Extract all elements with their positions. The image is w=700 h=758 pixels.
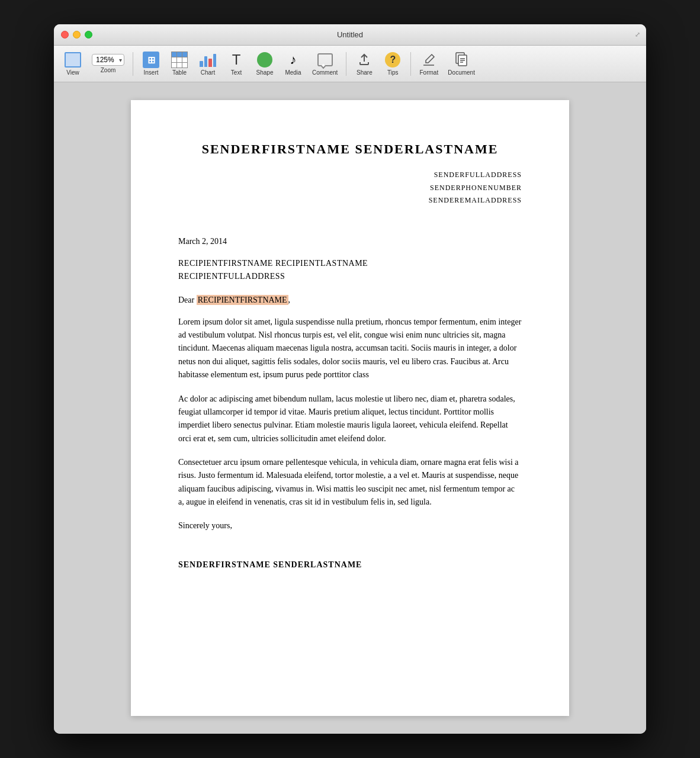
page: SENDERFIRSTNAME SENDERLASTNAME SENDERFUL… bbox=[131, 100, 569, 716]
view-icon bbox=[65, 52, 81, 68]
separator-1 bbox=[133, 52, 133, 76]
close-button[interactable] bbox=[61, 31, 69, 38]
maximize-button[interactable] bbox=[85, 31, 92, 38]
comment-label: Comment bbox=[312, 69, 338, 76]
chart-icon bbox=[200, 52, 216, 68]
shape-label: Shape bbox=[256, 69, 274, 76]
body-paragraph-1: Lorem ipsum dolor sit amet, ligula suspe… bbox=[178, 316, 522, 382]
chart-button[interactable]: Chart bbox=[195, 49, 221, 78]
text-icon: T bbox=[228, 52, 245, 68]
share-label: Share bbox=[357, 69, 373, 76]
sender-address: SENDERFULLADDRESS bbox=[178, 169, 522, 182]
sender-phone: SENDERPHONENUMBER bbox=[178, 182, 522, 195]
share-icon bbox=[356, 52, 373, 68]
recipient-name: RECIPIENTFIRSTNAME RECIPIENTLASTNAME bbox=[178, 257, 522, 270]
recipient-addr: RECIPIENTFULLADDRESS bbox=[178, 270, 522, 283]
share-button[interactable]: Share bbox=[351, 49, 377, 78]
sender-info: SENDERFULLADDRESS SENDERPHONENUMBER SEND… bbox=[178, 169, 522, 207]
shape-button[interactable]: Shape bbox=[252, 49, 278, 78]
chart-label: Chart bbox=[201, 69, 215, 76]
letter-date: March 2, 2014 bbox=[178, 237, 522, 246]
insert-label: Insert bbox=[143, 69, 158, 76]
minimize-button[interactable] bbox=[73, 31, 81, 38]
separator-2 bbox=[346, 52, 346, 76]
insert-icon: ⊞ bbox=[143, 52, 159, 68]
tips-button[interactable]: ? Tips bbox=[380, 49, 406, 78]
document-icon bbox=[453, 52, 470, 68]
media-label: Media bbox=[285, 69, 301, 76]
media-icon: ♪ bbox=[285, 52, 301, 68]
document-label: Document bbox=[448, 69, 475, 76]
window-title: Untitled bbox=[337, 30, 363, 39]
titlebar: Untitled ⤢ bbox=[54, 24, 646, 46]
salutation-prefix: Dear bbox=[178, 296, 197, 304]
zoom-select[interactable]: 125% 100% 75% 150% bbox=[92, 54, 124, 66]
body-paragraph-3: Consectetuer arcu ipsum ornare pellentes… bbox=[178, 456, 522, 509]
window-controls bbox=[61, 31, 92, 38]
toolbar: View 125% 100% 75% 150% Zoom ⊞ Insert bbox=[54, 46, 646, 82]
app-window: Untitled ⤢ View 125% 100% 75% 150% Zoom bbox=[54, 24, 646, 734]
comment-button[interactable]: Comment bbox=[309, 49, 341, 78]
table-label: Table bbox=[172, 69, 187, 76]
table-icon bbox=[171, 52, 188, 68]
recipient-firstname-highlight: RECIPIENTFIRSTNAME bbox=[197, 295, 288, 305]
document-button[interactable]: Document bbox=[444, 49, 479, 78]
salutation-suffix: , bbox=[288, 296, 291, 304]
tips-label: Tips bbox=[387, 69, 399, 76]
format-icon bbox=[420, 52, 437, 68]
comment-icon bbox=[317, 52, 333, 68]
format-label: Format bbox=[420, 69, 439, 76]
text-button[interactable]: T Text bbox=[223, 49, 249, 78]
insert-button[interactable]: ⊞ Insert bbox=[138, 49, 164, 78]
sender-email: SENDEREMAILADDRESS bbox=[178, 194, 522, 207]
shape-icon bbox=[256, 52, 273, 68]
table-button[interactable]: Table bbox=[166, 49, 192, 78]
zoom-label: Zoom bbox=[101, 67, 116, 73]
closing: Sincerely yours, bbox=[178, 521, 522, 531]
view-label: View bbox=[66, 69, 79, 76]
salutation: Dear RECIPIENTFIRSTNAME, bbox=[178, 296, 522, 305]
recipient-address: RECIPIENTFIRSTNAME RECIPIENTLASTNAME REC… bbox=[178, 257, 522, 284]
format-button[interactable]: Format bbox=[416, 49, 442, 78]
view-button[interactable]: View bbox=[60, 49, 86, 78]
text-label: Text bbox=[231, 69, 242, 76]
zoom-control[interactable]: 125% 100% 75% 150% Zoom bbox=[88, 52, 128, 76]
document-area: SENDERFIRSTNAME SENDERLASTNAME SENDERFUL… bbox=[54, 82, 646, 734]
separator-3 bbox=[410, 52, 411, 76]
sender-signature: SENDERFIRSTNAME SENDERLASTNAME bbox=[178, 560, 522, 570]
tips-icon: ? bbox=[384, 52, 401, 68]
sender-name-header: SENDERFIRSTNAME SENDERLASTNAME bbox=[178, 142, 522, 157]
media-button[interactable]: ♪ Media bbox=[280, 49, 306, 78]
fullscreen-icon[interactable]: ⤢ bbox=[635, 31, 640, 38]
body-paragraph-2: Ac dolor ac adipiscing amet bibendum nul… bbox=[178, 393, 522, 446]
